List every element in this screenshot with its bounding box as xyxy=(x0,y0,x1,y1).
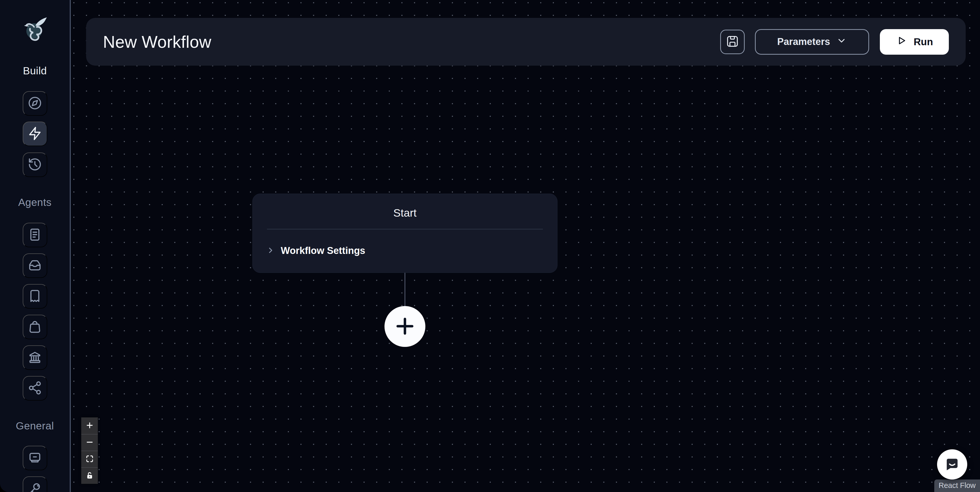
document-icon xyxy=(28,227,42,243)
workflow-settings-label: Workflow Settings xyxy=(281,245,365,256)
shopping-bag-icon xyxy=(28,319,42,334)
zoom-in-button[interactable] xyxy=(81,417,98,434)
edge-connector xyxy=(404,273,406,307)
chevron-right-icon xyxy=(266,246,275,256)
sidebar-item-history[interactable] xyxy=(23,153,47,177)
unlock-icon xyxy=(85,471,94,481)
lightning-icon xyxy=(28,126,42,142)
key-icon xyxy=(28,481,42,492)
history-icon xyxy=(28,157,42,172)
save-icon xyxy=(726,35,739,49)
sidebar-item-billing[interactable] xyxy=(23,446,47,470)
sidebar-item-credentials[interactable] xyxy=(23,476,47,492)
parameters-button[interactable]: Parameters xyxy=(755,29,869,55)
app-window: New Workflow Parameters xyxy=(0,0,980,492)
zoom-in-icon xyxy=(85,421,94,430)
canvas-controls xyxy=(81,417,98,484)
fit-view-icon xyxy=(85,454,94,464)
share-icon xyxy=(28,381,42,396)
app-logo[interactable] xyxy=(0,13,70,43)
card-icon xyxy=(28,451,42,466)
run-label: Run xyxy=(913,36,933,48)
zoom-out-button[interactable] xyxy=(81,434,98,451)
save-button[interactable] xyxy=(720,30,745,54)
header-actions: Parameters Run xyxy=(720,29,949,55)
start-node-title: Start xyxy=(253,194,557,219)
chat-launcher-button[interactable] xyxy=(937,449,967,479)
sidebar-item-explore[interactable] xyxy=(23,91,47,116)
parameters-label: Parameters xyxy=(777,36,830,47)
workflow-settings-toggle[interactable]: Workflow Settings xyxy=(266,245,365,256)
fit-view-button[interactable] xyxy=(81,451,98,467)
sidebar-item-share[interactable] xyxy=(23,376,47,401)
section-label-build: Build xyxy=(0,65,70,77)
compass-icon xyxy=(28,96,42,111)
workflow-header: New Workflow Parameters xyxy=(86,18,966,66)
flow-canvas[interactable]: New Workflow Parameters xyxy=(72,0,980,492)
section-label-agents: Agents xyxy=(0,196,70,209)
sidebar-item-documents[interactable] xyxy=(23,223,47,247)
plus-icon xyxy=(393,314,417,339)
run-button[interactable]: Run xyxy=(880,29,949,55)
add-node-button[interactable] xyxy=(385,306,425,347)
sidebar: Build xyxy=(0,0,71,492)
react-flow-attribution[interactable]: React Flow xyxy=(934,479,980,492)
section-label-general: General xyxy=(0,420,70,432)
workflow-title[interactable]: New Workflow xyxy=(103,32,211,52)
sidebar-item-workflows[interactable] xyxy=(23,122,47,146)
sidebar-item-marketplace[interactable] xyxy=(23,315,47,339)
lock-toggle-button[interactable] xyxy=(81,467,98,484)
sidebar-item-finance[interactable] xyxy=(23,346,47,370)
bank-icon xyxy=(28,350,42,365)
zoom-out-icon xyxy=(85,438,94,447)
chat-bubble-icon xyxy=(944,456,961,473)
play-icon xyxy=(896,35,907,49)
start-node[interactable]: Start Workflow Settings xyxy=(252,194,557,273)
inbox-icon xyxy=(28,258,42,273)
node-divider xyxy=(267,229,543,229)
dragon-logo xyxy=(21,13,49,43)
chevron-down-icon xyxy=(836,35,847,48)
sidebar-item-inbox[interactable] xyxy=(23,253,47,278)
sidebar-item-receipts[interactable] xyxy=(23,284,47,309)
receipt-icon xyxy=(28,289,42,304)
